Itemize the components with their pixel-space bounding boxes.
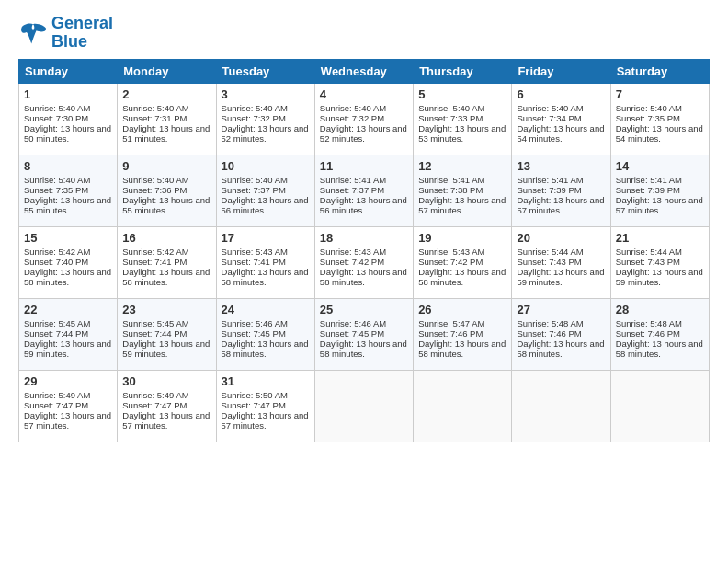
sunrise-text: Sunrise: 5:40 AM: [222, 175, 288, 185]
day-number: 5: [418, 87, 506, 101]
daylight-text: Daylight: 13 hours and 56 minutes.: [222, 195, 309, 215]
day-number: 18: [320, 231, 408, 245]
sunset-text: Sunset: 7:34 PM: [517, 113, 581, 123]
sunrise-text: Sunrise: 5:43 AM: [320, 247, 386, 257]
daylight-text: Daylight: 13 hours and 58 minutes.: [320, 339, 407, 359]
day-number: 17: [222, 231, 310, 245]
daylight-text: Daylight: 13 hours and 54 minutes.: [517, 123, 604, 144]
sunset-text: Sunset: 7:43 PM: [517, 257, 581, 267]
calendar-cell-30: 30Sunrise: 5:49 AMSunset: 7:47 PMDayligh…: [118, 370, 216, 442]
sunset-text: Sunset: 7:41 PM: [122, 257, 187, 267]
daylight-text: Daylight: 13 hours and 57 minutes.: [616, 195, 703, 215]
sunset-text: Sunset: 7:46 PM: [517, 328, 581, 339]
sunrise-text: Sunrise: 5:42 AM: [122, 247, 188, 257]
day-number: 25: [320, 303, 408, 316]
day-number: 23: [122, 303, 210, 316]
sunset-text: Sunset: 7:39 PM: [517, 185, 581, 195]
daylight-text: Daylight: 13 hours and 54 minutes.: [616, 123, 703, 144]
daylight-text: Daylight: 13 hours and 59 minutes.: [517, 267, 604, 287]
daylight-text: Daylight: 13 hours and 59 minutes.: [616, 267, 703, 287]
calendar-cell-21: 21Sunrise: 5:44 AMSunset: 7:43 PMDayligh…: [610, 226, 709, 298]
sunrise-text: Sunrise: 5:40 AM: [320, 103, 386, 113]
sunset-text: Sunset: 7:44 PM: [24, 328, 88, 339]
calendar-cell-15: 15Sunrise: 5:42 AMSunset: 7:40 PMDayligh…: [19, 226, 118, 298]
sunset-text: Sunset: 7:42 PM: [320, 257, 384, 267]
calendar-cell-1: 1Sunrise: 5:40 AMSunset: 7:30 PMDaylight…: [19, 83, 118, 155]
day-number: 2: [122, 87, 210, 101]
logo-text2: Blue: [51, 33, 113, 52]
col-header-tuesday: Tuesday: [216, 59, 314, 83]
sunset-text: Sunset: 7:38 PM: [418, 185, 483, 195]
sunrise-text: Sunrise: 5:49 AM: [24, 390, 90, 400]
calendar-cell-2: 2Sunrise: 5:40 AMSunset: 7:31 PMDaylight…: [118, 83, 216, 155]
sunrise-text: Sunrise: 5:48 AM: [616, 318, 682, 328]
sunset-text: Sunset: 7:45 PM: [320, 328, 384, 339]
daylight-text: Daylight: 13 hours and 58 minutes.: [616, 339, 703, 359]
calendar-cell-13: 13Sunrise: 5:41 AMSunset: 7:39 PMDayligh…: [512, 155, 610, 226]
day-number: 28: [616, 303, 704, 316]
week-row-4: 22Sunrise: 5:45 AMSunset: 7:44 PMDayligh…: [19, 298, 710, 370]
day-number: 13: [517, 159, 605, 173]
day-number: 16: [122, 231, 210, 245]
daylight-text: Daylight: 13 hours and 57 minutes.: [418, 195, 506, 215]
daylight-text: Daylight: 13 hours and 58 minutes.: [24, 267, 111, 287]
sunrise-text: Sunrise: 5:45 AM: [122, 318, 188, 328]
sunrise-text: Sunrise: 5:40 AM: [418, 103, 484, 113]
calendar-cell-19: 19Sunrise: 5:43 AMSunset: 7:42 PMDayligh…: [414, 226, 512, 298]
daylight-text: Daylight: 13 hours and 52 minutes.: [320, 123, 407, 144]
day-number: 14: [616, 159, 704, 173]
day-number: 29: [24, 374, 112, 388]
header: General Blue: [18, 15, 710, 52]
daylight-text: Daylight: 13 hours and 58 minutes.: [418, 339, 506, 359]
sunrise-text: Sunrise: 5:41 AM: [418, 175, 484, 185]
day-number: 11: [320, 159, 408, 173]
daylight-text: Daylight: 13 hours and 57 minutes.: [222, 410, 309, 431]
sunrise-text: Sunrise: 5:45 AM: [24, 318, 90, 328]
sunset-text: Sunset: 7:43 PM: [616, 257, 680, 267]
sunrise-text: Sunrise: 5:41 AM: [616, 175, 682, 185]
sunrise-text: Sunrise: 5:50 AM: [222, 390, 288, 400]
sunset-text: Sunset: 7:37 PM: [320, 185, 384, 195]
day-number: 1: [24, 87, 112, 101]
day-number: 4: [320, 87, 408, 101]
week-row-2: 8Sunrise: 5:40 AMSunset: 7:35 PMDaylight…: [19, 155, 710, 226]
sunset-text: Sunset: 7:45 PM: [222, 328, 286, 339]
sunset-text: Sunset: 7:42 PM: [418, 257, 483, 267]
sunset-text: Sunset: 7:32 PM: [320, 113, 384, 123]
calendar-cell-empty: [414, 370, 512, 442]
sunset-text: Sunset: 7:41 PM: [222, 257, 286, 267]
week-row-3: 15Sunrise: 5:42 AMSunset: 7:40 PMDayligh…: [19, 226, 710, 298]
calendar-header-row: SundayMondayTuesdayWednesdayThursdayFrid…: [19, 59, 710, 83]
sunset-text: Sunset: 7:37 PM: [222, 185, 286, 195]
daylight-text: Daylight: 13 hours and 55 minutes.: [24, 195, 111, 215]
calendar-cell-14: 14Sunrise: 5:41 AMSunset: 7:39 PMDayligh…: [610, 155, 709, 226]
day-number: 30: [122, 374, 210, 388]
col-header-saturday: Saturday: [610, 59, 709, 83]
col-header-wednesday: Wednesday: [314, 59, 413, 83]
calendar-cell-27: 27Sunrise: 5:48 AMSunset: 7:46 PMDayligh…: [512, 298, 610, 370]
calendar-cell-11: 11Sunrise: 5:41 AMSunset: 7:37 PMDayligh…: [314, 155, 413, 226]
day-number: 7: [616, 87, 704, 101]
daylight-text: Daylight: 13 hours and 57 minutes.: [517, 195, 604, 215]
sunrise-text: Sunrise: 5:40 AM: [122, 175, 188, 185]
sunrise-text: Sunrise: 5:40 AM: [517, 103, 583, 113]
sunset-text: Sunset: 7:39 PM: [616, 185, 680, 195]
sunset-text: Sunset: 7:36 PM: [122, 185, 187, 195]
day-number: 22: [24, 303, 112, 316]
day-number: 26: [418, 303, 506, 316]
sunset-text: Sunset: 7:33 PM: [418, 113, 483, 123]
sunset-text: Sunset: 7:35 PM: [616, 113, 680, 123]
sunrise-text: Sunrise: 5:40 AM: [24, 175, 90, 185]
sunset-text: Sunset: 7:46 PM: [616, 328, 680, 339]
day-number: 6: [517, 87, 605, 101]
calendar-table: SundayMondayTuesdayWednesdayThursdayFrid…: [18, 59, 710, 442]
calendar-cell-12: 12Sunrise: 5:41 AMSunset: 7:38 PMDayligh…: [414, 155, 512, 226]
day-number: 9: [122, 159, 210, 173]
calendar-cell-18: 18Sunrise: 5:43 AMSunset: 7:42 PMDayligh…: [314, 226, 413, 298]
sunrise-text: Sunrise: 5:47 AM: [418, 318, 484, 328]
daylight-text: Daylight: 13 hours and 58 minutes.: [320, 267, 407, 287]
day-number: 15: [24, 231, 112, 245]
calendar-cell-16: 16Sunrise: 5:42 AMSunset: 7:41 PMDayligh…: [118, 226, 216, 298]
calendar-cell-28: 28Sunrise: 5:48 AMSunset: 7:46 PMDayligh…: [610, 298, 709, 370]
calendar-cell-3: 3Sunrise: 5:40 AMSunset: 7:32 PMDaylight…: [216, 83, 314, 155]
